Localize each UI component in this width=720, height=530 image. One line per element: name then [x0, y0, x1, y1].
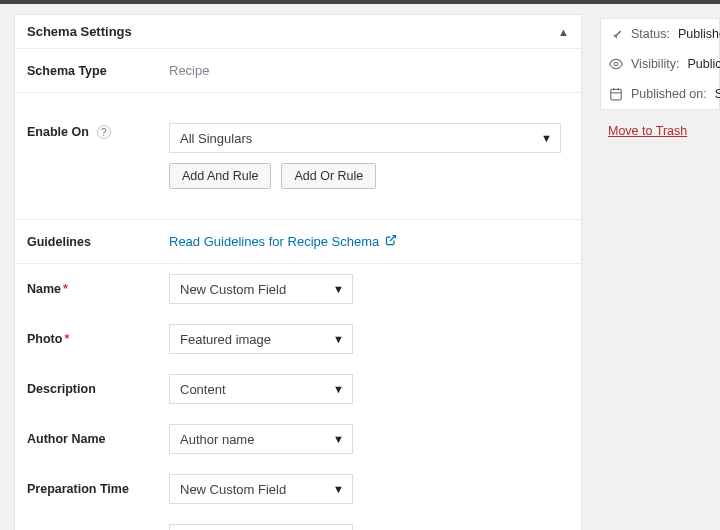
add-and-rule-button[interactable]: Add And Rule: [169, 163, 271, 189]
author-name-select[interactable]: Author name▼: [169, 424, 353, 454]
chevron-down-icon: ▼: [333, 483, 344, 495]
guidelines-link[interactable]: Read Guidelines for Recipe Schema: [169, 234, 397, 249]
enable-on-select[interactable]: All Singulars ▼: [169, 123, 561, 153]
svg-point-1: [614, 62, 618, 66]
value-schema-type: Recipe: [159, 53, 581, 88]
move-to-trash-link[interactable]: Move to Trash: [600, 110, 720, 138]
label-schema-type: Schema Type: [15, 54, 159, 88]
chevron-down-icon: ▼: [333, 333, 344, 345]
label-name: Name *: [15, 272, 159, 306]
row-photo: Photo * Featured image▼: [15, 314, 581, 364]
row-enable-on: Enable On ? All Singulars ▼ Add And Rule…: [15, 93, 581, 220]
row-name: Name * New Custom Field▼: [15, 264, 581, 314]
row-author-name: Author Name Author name▼: [15, 414, 581, 464]
chevron-down-icon: ▼: [333, 383, 344, 395]
panel-collapse-icon[interactable]: ▲: [558, 26, 569, 38]
preparation-time-select[interactable]: New Custom Field▼: [169, 474, 353, 504]
chevron-down-icon: ▼: [333, 283, 344, 295]
panel-title: Schema Settings: [27, 24, 132, 39]
schema-settings-panel: Schema Settings ▲ Schema Type Recipe Ena…: [14, 14, 582, 530]
cook-time-select[interactable]: New Custom Field▼: [169, 524, 353, 530]
page: Schema Settings ▲ Schema Type Recipe Ena…: [0, 0, 720, 530]
row-schema-type: Schema Type Recipe: [15, 49, 581, 93]
label-guidelines: Guidelines: [15, 225, 159, 259]
svg-line-0: [390, 236, 396, 242]
row-cook-time: Cook Time New Custom Field▼: [15, 514, 581, 530]
external-link-icon: [385, 234, 397, 249]
publish-box: Status: Published E Visibility: Public E…: [600, 18, 720, 110]
schema-fields: Name * New Custom Field▼ Photo * Feature…: [15, 264, 581, 530]
chevron-down-icon: ▼: [333, 433, 344, 445]
status-line: Status: Published E: [601, 19, 719, 49]
label-description: Description: [15, 372, 159, 406]
svg-rect-2: [611, 89, 622, 100]
eye-icon: [609, 57, 623, 71]
main-wrap: Schema Settings ▲ Schema Type Recipe Ena…: [0, 4, 720, 530]
panel-header[interactable]: Schema Settings ▲: [15, 15, 581, 49]
label-cook-time: Cook Time: [15, 522, 159, 530]
visibility-line: Visibility: Public Ed: [601, 49, 719, 79]
published-on-line: Published on: Sep 1: [601, 79, 719, 109]
row-preparation-time: Preparation Time New Custom Field▼: [15, 464, 581, 514]
name-select[interactable]: New Custom Field▼: [169, 274, 353, 304]
row-description: Description Content▼: [15, 364, 581, 414]
add-or-rule-button[interactable]: Add Or Rule: [281, 163, 376, 189]
row-guidelines: Guidelines Read Guidelines for Recipe Sc…: [15, 220, 581, 264]
photo-select[interactable]: Featured image▼: [169, 324, 353, 354]
label-enable-on: Enable On ?: [15, 113, 159, 149]
chevron-down-icon: ▼: [541, 132, 552, 144]
calendar-icon: [609, 87, 623, 101]
label-author-name: Author Name: [15, 422, 159, 456]
description-select[interactable]: Content▼: [169, 374, 353, 404]
label-preparation-time: Preparation Time: [15, 472, 159, 506]
enable-on-select-value: All Singulars: [180, 131, 252, 146]
publish-sidebar: Status: Published E Visibility: Public E…: [600, 14, 720, 138]
help-icon[interactable]: ?: [97, 125, 111, 139]
label-photo: Photo *: [15, 322, 159, 356]
pin-icon: [609, 27, 623, 41]
